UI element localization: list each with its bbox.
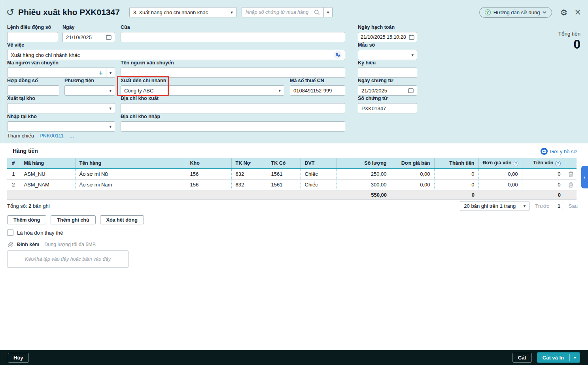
file-dropzone[interactable]: Kéo/thả tệp vào đây hoặc bấm vào đây: [7, 250, 129, 268]
attachment-hint: Dung lượng tối đa 5MB: [44, 242, 96, 247]
export-slip-dialog: ↺ Phiếu xuất kho PXK01347 3. Xuất hàng c…: [0, 0, 588, 365]
field-label: Hợp đồng số: [7, 78, 59, 83]
table-row[interactable]: 2 ASM_NAM Áo sơ mi Nam 156 632 1561 Chiế…: [7, 179, 577, 190]
reason-input[interactable]: Xuất hàng cho chi nhánh khác: [7, 50, 345, 60]
field-label: Của: [121, 24, 345, 30]
add-note-button[interactable]: Thêm ghi chú: [51, 215, 95, 224]
symbol-input[interactable]: [358, 68, 417, 78]
reference-link[interactable]: PNK00111: [40, 133, 64, 139]
form-header-section: ↺ Phiếu xuất kho PXK01347 3. Xuất hàng c…: [0, 0, 588, 143]
total-amount-value: 0: [558, 38, 580, 51]
chevron-down-icon: ▾: [109, 106, 112, 111]
branch-tax-code-input[interactable]: 0108491152-999: [290, 85, 345, 96]
replacement-invoice-checkbox[interactable]: [7, 230, 13, 236]
items-section-title: Hàng tiền: [13, 148, 38, 154]
prev-page-button[interactable]: Trước: [535, 203, 549, 209]
col-credit-account: TK Có: [267, 158, 301, 169]
trash-icon[interactable]: [566, 171, 576, 177]
field-label: Nhập tại kho: [7, 114, 115, 119]
footer-bar: Hủy Cắt Cắt và In ▾: [0, 350, 588, 365]
col-cost-amount: Tiền vốn?: [522, 158, 565, 169]
col-actions: [565, 158, 577, 169]
field-label: Xuất đến chi nhánh: [121, 78, 284, 83]
robot-icon: [541, 148, 548, 155]
trash-icon[interactable]: [566, 182, 576, 188]
destination-branch-select[interactable]: Công ty ABC ▾: [121, 85, 284, 96]
carrier-code-input[interactable]: +: [7, 68, 106, 78]
question-circle-icon[interactable]: ?: [555, 161, 561, 166]
question-circle-icon[interactable]: ?: [513, 161, 518, 166]
carrier-name-input[interactable]: [121, 68, 345, 78]
document-date-input[interactable]: 21/10/2025: [358, 85, 417, 96]
col-debit-account: TK Nợ: [231, 158, 267, 169]
current-page-input[interactable]: 1: [555, 202, 563, 210]
save-and-print-button[interactable]: Cắt và In ▾: [537, 352, 580, 363]
vehicle-select[interactable]: ▾: [64, 85, 115, 96]
search-icon: [314, 9, 320, 15]
field-label: Ký hiệu: [358, 60, 417, 66]
template-number-select[interactable]: ▾: [358, 50, 417, 60]
purchase-doc-search: Nhập số chứng từ mua hàng ▾: [242, 7, 333, 17]
collapse-panel-tab[interactable]: ‹: [581, 166, 588, 188]
add-icon[interactable]: +: [99, 70, 103, 76]
field-label: Ngày hạch toán: [358, 24, 417, 30]
save-button[interactable]: Cắt: [512, 353, 532, 363]
dispatch-order-input[interactable]: [7, 32, 58, 42]
field-label: Lệnh điều động số: [7, 24, 58, 30]
chevron-down-icon: [543, 11, 546, 13]
dialog-left-edge: [3, 0, 3, 350]
of-person-input[interactable]: [121, 32, 345, 42]
table-header-row: # Mã hàng Tên hàng Kho TK Nợ TK Có ĐVT S…: [7, 158, 577, 169]
col-item-code: Mã hàng: [20, 158, 75, 169]
import-warehouse-select[interactable]: ▾: [7, 121, 115, 132]
calendar-icon[interactable]: [408, 88, 414, 93]
chevron-down-icon: ▾: [278, 88, 281, 93]
chevron-down-icon: ▾: [109, 88, 112, 93]
document-suggestion-label: Gợi ý hồ sơ: [550, 149, 577, 154]
calendar-icon[interactable]: [106, 34, 112, 40]
search-input[interactable]: Nhập số chứng từ mua hàng: [242, 7, 324, 17]
close-icon[interactable]: ×: [575, 7, 581, 18]
add-row-button[interactable]: Thêm dòng: [7, 215, 46, 224]
field-label: Mẫu số: [358, 42, 417, 48]
field-label: Phương tiện: [64, 78, 115, 83]
reference-more-link[interactable]: ...: [69, 133, 75, 139]
col-amount: Thành tiền: [434, 158, 478, 169]
import-warehouse-address-input[interactable]: [121, 121, 345, 132]
field-label: Ngày: [62, 24, 115, 30]
document-suggestion-link[interactable]: Gợi ý hồ sơ: [541, 148, 577, 155]
table-row[interactable]: 1 ASM_NU Áo sơ mi Nữ 156 632 1561 Chiếc …: [7, 169, 577, 179]
page-size-select[interactable]: 20 bản ghi trên 1 trang ▾: [460, 201, 529, 211]
export-warehouse-address-input[interactable]: [121, 103, 345, 113]
user-guide-button[interactable]: ? Hướng dẫn sử dụng: [479, 7, 552, 18]
date-input[interactable]: 21/10/2025: [62, 32, 115, 42]
calendar-icon[interactable]: [409, 34, 414, 40]
search-dropdown-button[interactable]: ▾: [324, 7, 333, 17]
gear-icon[interactable]: ⚙: [560, 8, 567, 17]
document-number-input[interactable]: PXK01347: [358, 103, 417, 113]
export-warehouse-select[interactable]: ▾: [7, 103, 115, 113]
clear-rows-button[interactable]: Xóa hết dòng: [100, 215, 144, 224]
doc-type-value: 3. Xuất hàng cho chi nhánh khác: [133, 9, 208, 15]
paperclip-icon: [7, 241, 13, 248]
chevron-down-icon: ▾: [109, 124, 112, 129]
doc-type-select[interactable]: 3. Xuất hàng cho chi nhánh khác ▾: [129, 7, 237, 17]
chevron-down-icon[interactable]: ▾: [570, 356, 580, 360]
field-label: Mã số thuế CN: [290, 78, 345, 83]
next-page-button[interactable]: Sau: [569, 203, 578, 209]
carrier-code-dropdown-button[interactable]: ▾: [106, 68, 115, 78]
field-label: Xuất tại kho: [7, 96, 115, 101]
field-label: Tên người vận chuyển: [121, 60, 345, 66]
contract-number-input[interactable]: [7, 85, 59, 96]
field-label: Mã người vận chuyển: [7, 60, 115, 66]
attachment-label: Đính kèm: [17, 242, 39, 247]
cancel-button[interactable]: Hủy: [8, 353, 29, 363]
col-cost-price: Đơn giá vốn?: [478, 158, 522, 169]
record-count: 2: [28, 203, 31, 209]
title-bar: ↺ Phiếu xuất kho PXK01347 3. Xuất hàng c…: [6, 5, 581, 19]
posting-date-input[interactable]: 21/10/2025 15:10:28: [358, 32, 417, 42]
translate-icon[interactable]: [334, 51, 342, 59]
field-label: Số chứng từ: [358, 96, 417, 101]
history-icon[interactable]: ↺: [6, 8, 14, 17]
total-amount: 0: [434, 190, 478, 199]
